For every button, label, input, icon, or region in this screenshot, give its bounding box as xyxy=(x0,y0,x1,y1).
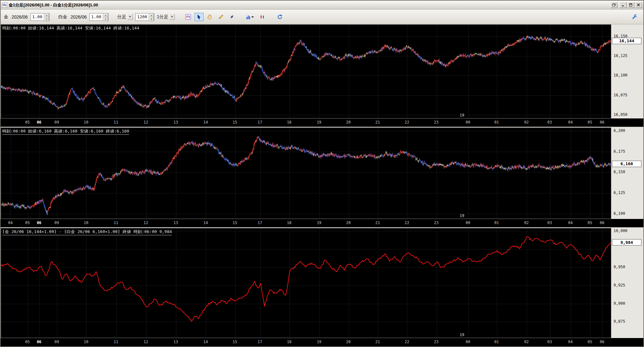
y-tick-label: 9,900 xyxy=(614,301,625,306)
gold-multiplier-arrows[interactable]: ▲▼ xyxy=(44,13,49,20)
x-tick-label: 15 xyxy=(232,340,238,344)
x-tick-label: 12 xyxy=(143,221,149,225)
y-tick-label: 9,875 xyxy=(614,319,625,324)
x-tick-label: 14 xyxy=(202,120,209,125)
pencil-icon xyxy=(218,14,224,20)
chart-panel-platinum: 時刻:06:00 始値:6,160 高値:6,160 安値:6,160 終値:6… xyxy=(1,127,643,227)
spin-down-icon[interactable]: ▼ xyxy=(103,17,108,21)
select-tool-button[interactable] xyxy=(195,13,204,21)
platinum-date-marker: 19 xyxy=(460,214,464,218)
x-tick-label: 04 xyxy=(567,340,573,344)
gold-plot-area[interactable]: 時刻:06:00 始値:16,144 高値:16,144 安値:16,144 終… xyxy=(1,24,611,118)
x-tick-label: 06 xyxy=(36,340,42,344)
refresh-button[interactable] xyxy=(275,13,284,21)
x-tick-label: 22 xyxy=(404,340,410,344)
x-tick-label: 05 xyxy=(587,340,593,344)
gold-multiplier-spinner[interactable]: 1.00 ▲▼ xyxy=(30,13,49,21)
x-tick-label: 00 xyxy=(465,340,471,344)
x-tick-label: 03 xyxy=(547,340,553,344)
x-tick-label: 06 xyxy=(599,221,605,225)
close-icon xyxy=(637,4,640,6)
titlebar[interactable]: 金1分足[2026/06]1.00 - 白金1分足[2026/06]1.00 xyxy=(1,1,643,10)
x-tick-label: 18 xyxy=(286,221,292,225)
select-cursor-icon xyxy=(196,14,202,20)
x-tick-label: 10 xyxy=(83,120,89,125)
timeframe-dropdown[interactable]: 1分足 ▼ xyxy=(156,14,175,20)
gold-time-axis[interactable]: 0506091011121314151718192021222300010203… xyxy=(1,118,643,127)
bar-count-arrows[interactable]: ▲▼ xyxy=(149,13,154,20)
float-window-button[interactable] xyxy=(610,2,617,8)
pan-tool-button[interactable] xyxy=(205,13,214,21)
x-tick-label: 22 xyxy=(404,120,410,125)
x-tick-label: 15 xyxy=(232,120,238,125)
gold-ohlc-info: 時刻:06:00 始値:16,144 高値:16,144 安値:16,144 終… xyxy=(2,25,139,31)
x-tick-label: 22 xyxy=(404,221,410,225)
bar-chart-dropdown-icon xyxy=(246,14,255,20)
platinum-multiplier-spinner[interactable]: 1.00 ▲▼ xyxy=(89,13,108,21)
platinum-plot-area[interactable]: 時刻:06:00 始値:6,160 高値:6,160 安値:6,160 終値:6… xyxy=(1,127,611,219)
chart-style-button[interactable] xyxy=(258,13,267,21)
bar-count-spinner[interactable]: 1200 ▲▼ xyxy=(135,13,154,21)
gold-label: 金 xyxy=(3,14,9,20)
platinum-time-labels: 0405060910111213141517181920212223000102… xyxy=(1,219,611,227)
app-window: 金1分足[2026/06]1.00 - 白金1分足[2026/06]1.00 xyxy=(0,0,644,347)
spin-down-icon[interactable]: ▼ xyxy=(149,17,154,21)
spread-time-labels: 0506091011121314151718192021222300010203… xyxy=(1,338,611,346)
window-title: 金1分足[2026/06]1.00 - 白金1分足[2026/06]1.00 xyxy=(9,2,609,8)
x-tick-label: 23 xyxy=(433,120,439,125)
x-tick-label: 05 xyxy=(24,221,31,225)
minimize-button[interactable] xyxy=(620,2,627,8)
spin-up-icon[interactable]: ▲ xyxy=(44,13,49,17)
x-tick-label: 13 xyxy=(172,340,179,344)
spread-time-axis[interactable]: 0506091011121314151718192021222300010203… xyxy=(1,338,643,346)
spread-formula-info: [金 26/06 16,144×1.00] - [白金 26/06 6,160×… xyxy=(2,229,172,235)
spin-up-icon[interactable]: ▲ xyxy=(149,13,154,17)
chart-type-button[interactable] xyxy=(184,13,193,21)
chevron-down-icon[interactable]: ▼ xyxy=(127,14,133,20)
spread-date-marker: 19 xyxy=(460,333,464,337)
x-tick-label: 11 xyxy=(113,120,119,125)
chevron-down-icon[interactable]: ▼ xyxy=(169,14,175,20)
platinum-price-axis[interactable]: 6,160 6,2006,1756,1506,1256,100 xyxy=(611,127,643,219)
gold-price-axis[interactable]: 16,144 16,15016,12516,10016,07516,050 xyxy=(611,24,643,118)
indicator-dropdown-button[interactable] xyxy=(245,13,256,21)
x-tick-label: 15 xyxy=(232,221,238,225)
spread-price-axis[interactable]: 9,984 10,0009,9509,9259,9009,875 xyxy=(611,228,643,338)
gold-time-labels: 0506091011121314151718192021222300010203… xyxy=(1,118,611,127)
toolbar: 金 2026/06 1.00 ▲▼ 白金 2026/06 1.00 ▲▼ 分足 … xyxy=(1,10,643,24)
spread-current-value: 9,984 xyxy=(612,239,641,246)
x-tick-label: 09 xyxy=(54,221,60,225)
maximize-button[interactable] xyxy=(627,2,634,8)
spin-up-icon[interactable]: ▲ xyxy=(103,13,108,17)
close-button[interactable] xyxy=(635,2,642,8)
platinum-ohlc-info: 時刻:06:00 始値:6,160 高値:6,160 安値:6,160 終値:6… xyxy=(2,128,129,135)
y-tick-label: 9,925 xyxy=(614,283,625,287)
platinum-multiplier-arrows[interactable]: ▲▼ xyxy=(103,13,108,20)
x-tick-label: 11 xyxy=(113,340,119,344)
gold-contract-month[interactable]: 2026/06 xyxy=(11,14,29,20)
pen-nib-icon xyxy=(229,14,235,20)
y-tick-label: 10,000 xyxy=(614,229,627,233)
chart-panel-gold: 時刻:06:00 始値:16,144 高値:16,144 安値:16,144 終… xyxy=(1,24,643,127)
x-tick-label: 05 xyxy=(24,340,31,344)
interval-type-dropdown[interactable]: 分足 ▼ xyxy=(117,14,133,20)
annotation-tool-button[interactable] xyxy=(227,13,236,21)
x-tick-label: 17 xyxy=(257,221,263,225)
gold-multiplier-value: 1.00 xyxy=(31,13,44,20)
x-tick-label: 10 xyxy=(83,340,89,344)
bar-count-value: 1200 xyxy=(136,13,149,20)
platinum-time-axis[interactable]: 0405060910111213141517181920212223000102… xyxy=(1,219,643,227)
y-tick-label: 16,100 xyxy=(614,73,627,77)
draw-tool-button[interactable] xyxy=(216,13,225,21)
platinum-contract-month[interactable]: 2026/06 xyxy=(70,14,88,20)
pan-hand-icon xyxy=(207,14,213,20)
x-tick-label: 02 xyxy=(523,340,530,344)
spin-down-icon[interactable]: ▼ xyxy=(44,17,49,21)
settings-wrench-button[interactable] xyxy=(630,13,639,21)
x-tick-label: 06 xyxy=(599,340,605,344)
spread-plot-area[interactable]: [金 26/06 16,144×1.00] - [白金 26/06 6,160×… xyxy=(1,228,611,338)
x-tick-label: 18 xyxy=(286,120,292,125)
maximize-icon xyxy=(629,4,632,6)
charts-area: 時刻:06:00 始値:16,144 高値:16,144 安値:16,144 終… xyxy=(1,24,643,346)
platinum-multiplier-value: 1.00 xyxy=(90,13,103,20)
